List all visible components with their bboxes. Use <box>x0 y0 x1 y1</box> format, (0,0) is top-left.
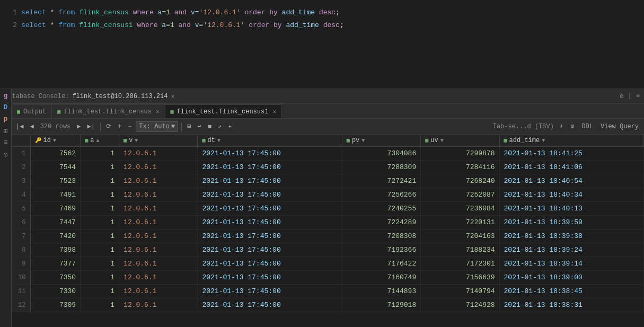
col-v-type-icon: ▦ <box>123 137 127 144</box>
col-a-label: a <box>90 137 94 144</box>
cell-a: 1 <box>81 188 119 202</box>
filter-button[interactable]: ✦ <box>226 121 234 131</box>
left-sidebar: g D p ⊞ ≡ ◎ <box>0 89 12 327</box>
sql-editor[interactable]: 1 2 select * from flink_census where a=1… <box>0 0 644 89</box>
row-num-cell: 12 <box>12 298 30 312</box>
tabs-bar: ▦ Output ▦ flink_test.flink_census ✕ ▦ f… <box>0 104 644 119</box>
db-console-close-icon[interactable]: ✕ <box>171 93 174 100</box>
db-console-label: Database Console: <box>4 93 69 100</box>
cell-dt: 2021-01-13 17:45:00 <box>198 243 342 257</box>
cell-uv: 7156639 <box>421 271 499 285</box>
col-a-header[interactable]: ▦ a ▲ <box>81 135 119 147</box>
cell-a: 1 <box>81 243 119 257</box>
table-row[interactable]: 8 7398 1 12.0.6.1 2021-01-13 17:45:00 71… <box>12 243 644 257</box>
cell-add-time: 2021-01-13 18:41:25 <box>499 147 643 161</box>
tab-census1-close[interactable]: ✕ <box>272 108 276 115</box>
cell-dt: 2021-01-13 17:45:00 <box>198 188 342 202</box>
table-row[interactable]: 12 7309 1 12.0.6.1 2021-01-13 17:45:00 7… <box>12 298 644 312</box>
row-num-cell: 11 <box>12 285 30 298</box>
cell-a: 1 <box>81 202 119 216</box>
col-pv-sort-icon: ▼ <box>361 138 365 144</box>
table-row[interactable]: 4 7491 1 12.0.6.1 2021-01-13 17:45:00 72… <box>12 188 644 202</box>
sidebar-icon-circle[interactable]: ◎ <box>1 149 11 159</box>
sidebar-icon-p[interactable]: p <box>1 114 11 124</box>
cell-pv: 7129018 <box>342 298 420 312</box>
cell-add-time: 2021-01-13 18:39:59 <box>499 216 643 229</box>
col-id-header[interactable]: 🔑 id ▼ <box>30 135 81 147</box>
line-numbers: 1 2 <box>0 4 21 84</box>
cell-id: 7544 <box>30 161 81 174</box>
add-row-button[interactable]: + <box>116 122 123 131</box>
settings-button[interactable]: ⚙ <box>568 121 576 131</box>
col-v-header[interactable]: ▦ v ▼ <box>119 135 198 147</box>
table-row[interactable]: 7 7420 1 12.0.6.1 2021-01-13 17:45:00 72… <box>12 229 644 243</box>
cell-pv: 7256266 <box>342 188 420 202</box>
cell-a: 1 <box>81 147 119 161</box>
refresh-button[interactable]: ⟳ <box>104 121 113 131</box>
db-console-bar: Database Console: flink_test@10.206.113.… <box>0 89 644 104</box>
col-v-label: v <box>129 137 133 144</box>
cell-uv: 7140794 <box>421 285 499 298</box>
col-a-type-icon: ▦ <box>85 137 88 144</box>
col-uv-header[interactable]: ▦ uv ▼ <box>421 135 499 147</box>
cell-pv: 7144893 <box>342 285 420 298</box>
table-row[interactable]: 3 7523 1 12.0.6.1 2021-01-13 17:45:00 72… <box>12 174 644 188</box>
result-table-container: 🔑 id ▼ ▦ a ▲ ▦ <box>12 135 644 327</box>
undo-button[interactable]: ↩ <box>195 121 203 131</box>
table-row[interactable]: 10 7350 1 12.0.6.1 2021-01-13 17:45:00 7… <box>12 271 644 285</box>
stop-button[interactable]: ◼ <box>206 121 214 131</box>
col-pv-header[interactable]: ▦ pv ▼ <box>342 135 420 147</box>
sidebar-icon-g[interactable]: g <box>1 91 11 101</box>
col-dt-type-icon: ▦ <box>202 137 205 144</box>
cell-a: 1 <box>81 216 119 229</box>
layout-button[interactable]: ⊞ <box>185 121 193 131</box>
tab-census[interactable]: ▦ flink_test.flink_census ✕ <box>52 104 165 118</box>
cell-dt: 2021-01-13 17:45:00 <box>198 298 342 312</box>
cell-id: 7491 <box>30 188 81 202</box>
cell-id: 7447 <box>30 216 81 229</box>
ddl-button[interactable]: DDL <box>579 122 595 131</box>
table-row[interactable]: 5 7469 1 12.0.6.1 2021-01-13 17:45:00 72… <box>12 202 644 216</box>
tab-census-icon: ▦ <box>57 109 60 115</box>
view-query-button[interactable]: View Query <box>598 122 641 131</box>
prev-page-button[interactable]: ◀ <box>28 121 36 131</box>
cell-id: 7523 <box>30 174 81 188</box>
table-row[interactable]: 11 7330 1 12.0.6.1 2021-01-13 17:45:00 7… <box>12 285 644 298</box>
tab-census1[interactable]: ▦ flink_test.flink_census1 ✕ <box>165 104 282 118</box>
tx-label: Tx: Auto <box>139 123 170 130</box>
table-header: 🔑 id ▼ ▦ a ▲ ▦ <box>12 135 644 147</box>
sql-content[interactable]: select * from flink_census where a=1 and… <box>21 4 644 84</box>
sql-line[interactable]: select * from flink_census where a=1 and… <box>21 6 644 19</box>
more-icon[interactable]: ≡ <box>636 92 640 100</box>
col-dt-header[interactable]: ▦ dt ▼ <box>198 135 342 147</box>
cell-add-time: 2021-01-13 18:38:31 <box>499 298 643 312</box>
cell-v: 12.0.6.1 <box>119 161 198 174</box>
table-row[interactable]: 1 7562 1 12.0.6.1 2021-01-13 17:45:00 73… <box>12 147 644 161</box>
cell-dt: 2021-01-13 17:45:00 <box>198 147 342 161</box>
tab-census-close[interactable]: ✕ <box>156 108 160 115</box>
cell-pv: 7208308 <box>342 229 420 243</box>
delete-row-button[interactable]: − <box>126 122 134 131</box>
tab-output[interactable]: ▦ Output <box>12 104 52 118</box>
cell-a: 1 <box>81 229 119 243</box>
table-row[interactable]: 9 7377 1 12.0.6.1 2021-01-13 17:45:00 71… <box>12 257 644 271</box>
cell-dt: 2021-01-13 17:45:00 <box>198 271 342 285</box>
last-page-button[interactable]: ▶| <box>85 121 97 131</box>
sidebar-icon-d[interactable]: D <box>1 103 11 112</box>
table-row[interactable]: 6 7447 1 12.0.6.1 2021-01-13 17:45:00 72… <box>12 216 644 229</box>
tab-sed-label: Tab-se...d (TSV) <box>493 123 554 130</box>
sidebar-icon-list[interactable]: ≡ <box>1 138 11 147</box>
table-row[interactable]: 2 7544 1 12.0.6.1 2021-01-13 17:45:00 72… <box>12 161 644 174</box>
export-button[interactable]: ↗ <box>216 121 224 131</box>
export-csv-button[interactable]: ⬇ <box>557 121 565 131</box>
sql-line[interactable]: select * from flink_census1 where a=1 an… <box>21 19 644 32</box>
settings-icon[interactable]: ⚙ <box>620 92 623 100</box>
first-page-button[interactable]: |◀ <box>14 121 25 131</box>
col-add-time-header[interactable]: ▦ add_time ▼ <box>499 135 643 147</box>
next-page-button[interactable]: ▶ <box>75 121 83 131</box>
cell-v: 12.0.6.1 <box>119 271 198 285</box>
cell-a: 1 <box>81 257 119 271</box>
sidebar-icon-grid[interactable]: ⊞ <box>1 126 11 136</box>
tx-dropdown[interactable]: Tx: Auto ▼ <box>136 121 178 132</box>
pipe-separator: | <box>628 92 632 100</box>
